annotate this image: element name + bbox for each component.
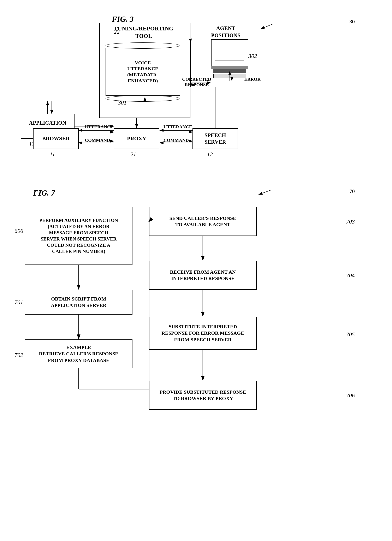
ref-706: 706 (346, 392, 355, 399)
ref-301: 301 (118, 99, 127, 106)
voice-utterance-cylinder: VOICEUTTERANCE(METADATA-ENHANCED) (105, 42, 180, 102)
example-retrieve-box: EXAMPLERETRIEVE CALLER'S RESPONSEFROM PR… (25, 339, 132, 368)
ref-701: 701 (15, 299, 23, 306)
provide-substituted-box: PROVIDE SUBSTITUTED RESPONSETO BROWSER B… (149, 381, 257, 410)
svg-line-2 (261, 24, 273, 29)
fig3-title: FIG. 3 (112, 15, 134, 24)
page: FIG. 3 30 TUNING/REPORTINGTOOL 22 VOICEU… (0, 0, 392, 541)
command-right-label: COMMAND (163, 138, 189, 143)
substitute-box: SUBSTITUTE INTERPRETEDRESPONSE FOR ERROR… (149, 317, 257, 350)
ref-703: 703 (346, 218, 355, 225)
perform-auxiliary-box: PERFORM AUXILIARY FUNCTION(ACTUATED BY A… (25, 207, 132, 265)
utterance-left-label: UTTERANCE (85, 124, 113, 130)
browser-box: BROWSER (33, 128, 79, 149)
proxy-box: PROXY (114, 128, 159, 149)
command-left-label: COMMAND (85, 138, 110, 143)
fig3-diagram: FIG. 3 30 TUNING/REPORTINGTOOL 22 VOICEU… (12, 12, 380, 174)
agent-monitor (211, 39, 248, 78)
ref-702: 702 (15, 352, 23, 359)
ref-704: 704 (346, 272, 355, 279)
ref-302: 302 (248, 53, 257, 59)
speech-server-box: SPEECHSERVER (193, 128, 238, 149)
corrected-response-label: CORRECTEDRESPONSE (182, 77, 211, 87)
send-callers-box: SEND CALLER'S RESPONSETO AVAILABLE AGENT (149, 207, 257, 236)
ref-606: 606 (15, 228, 23, 234)
error-label: ERROR (244, 77, 261, 82)
obtain-script-box: OBTAIN SCRIPT FROMAPPLICATION SERVER (25, 290, 132, 315)
ref-11: 11 (50, 151, 55, 158)
fig7-title: FIG. 7 (33, 188, 55, 198)
ref-21: 21 (131, 151, 136, 158)
fig3-arrows (12, 12, 380, 174)
svg-line-19 (190, 39, 191, 42)
svg-line-25 (259, 190, 271, 195)
receive-from-agent-box: RECEIVE FROM AGENT ANINTERPRETED RESPONS… (149, 261, 257, 290)
fig7-diagram: FIG. 7 70 PERFORM AUXILIARY FUNCTION(ACT… (12, 186, 380, 528)
ref-30: 30 (349, 19, 355, 25)
ref-705: 705 (346, 331, 355, 338)
ref-12: 12 (207, 151, 213, 158)
ref-70: 70 (349, 188, 355, 195)
utterance-right-label: UTTERANCE (163, 124, 192, 130)
agent-positions-label: AGENTPOSITIONS (211, 25, 240, 39)
tuning-tool-label: TUNING/REPORTINGTOOL (114, 25, 173, 40)
ref-22: 22 (114, 29, 120, 35)
